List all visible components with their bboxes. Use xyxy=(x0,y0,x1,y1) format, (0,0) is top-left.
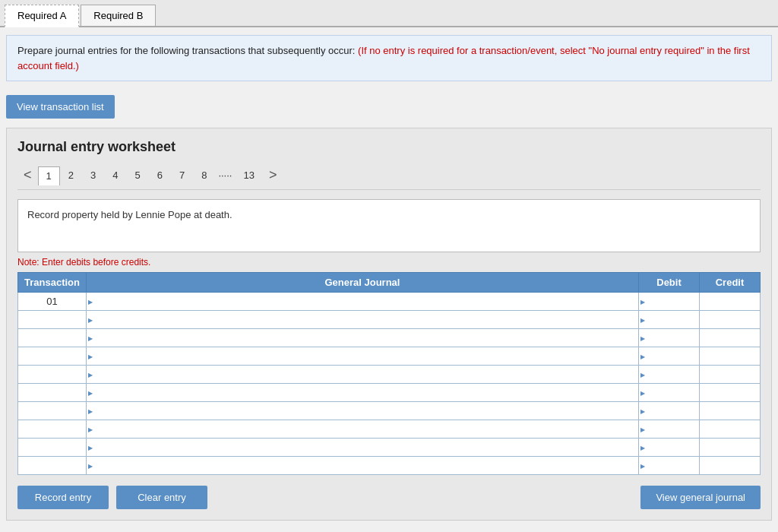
debit-cell[interactable] xyxy=(639,347,700,366)
general-journal-cell[interactable] xyxy=(86,402,638,420)
page-7[interactable]: 7 xyxy=(171,166,193,185)
credit-cell[interactable] xyxy=(700,329,761,347)
table-row xyxy=(18,311,761,329)
page-8[interactable]: 8 xyxy=(193,166,215,185)
credit-input[interactable] xyxy=(700,384,760,401)
debit-input[interactable] xyxy=(639,384,699,401)
buttons-row: Record entry Clear entry View general jo… xyxy=(17,486,761,509)
credit-input[interactable] xyxy=(700,366,760,383)
general-journal-input[interactable] xyxy=(87,293,638,310)
debit-cell[interactable] xyxy=(639,329,700,347)
general-journal-input[interactable] xyxy=(87,347,638,365)
credit-cell[interactable] xyxy=(700,293,761,311)
tab-required-a[interactable]: Required A xyxy=(5,5,79,27)
debit-input[interactable] xyxy=(639,366,699,383)
credit-input[interactable] xyxy=(700,402,760,420)
worksheet-container: Journal entry worksheet < 1 2 3 4 5 6 7 … xyxy=(6,128,772,521)
debit-input[interactable] xyxy=(639,329,699,347)
credit-cell[interactable] xyxy=(700,347,761,366)
general-journal-cell[interactable] xyxy=(86,366,638,384)
general-journal-input[interactable] xyxy=(87,439,638,456)
debit-input[interactable] xyxy=(639,311,699,328)
tab-required-b[interactable]: Required B xyxy=(81,5,156,26)
debit-input[interactable] xyxy=(639,420,699,438)
general-journal-input[interactable] xyxy=(87,402,638,420)
debit-input[interactable] xyxy=(639,347,699,365)
transaction-cell: 01 xyxy=(18,293,87,311)
next-page-arrow[interactable]: > xyxy=(263,164,283,186)
view-general-journal-button[interactable]: View general journal xyxy=(640,486,761,509)
general-journal-cell[interactable] xyxy=(86,384,638,402)
note-text: Note: Enter debits before credits. xyxy=(17,257,761,268)
worksheet-title: Journal entry worksheet xyxy=(17,139,761,155)
clear-entry-button[interactable]: Clear entry xyxy=(116,486,207,509)
general-journal-cell[interactable] xyxy=(86,457,638,475)
general-journal-cell[interactable] xyxy=(86,311,638,329)
credit-input[interactable] xyxy=(700,311,760,328)
credit-input[interactable] xyxy=(700,329,760,347)
prev-page-arrow[interactable]: < xyxy=(17,164,38,186)
credit-cell[interactable] xyxy=(700,311,761,329)
table-row xyxy=(18,384,761,402)
page-4[interactable]: 4 xyxy=(104,166,126,185)
credit-input[interactable] xyxy=(700,439,760,456)
pagination: < 1 2 3 4 5 6 7 8 ····· 13 > xyxy=(17,164,761,190)
transaction-cell xyxy=(18,457,87,475)
page-5[interactable]: 5 xyxy=(126,166,148,185)
transaction-cell xyxy=(18,384,87,402)
debit-input[interactable] xyxy=(639,439,699,456)
table-row xyxy=(18,347,761,366)
transaction-cell xyxy=(18,439,87,457)
debit-cell[interactable] xyxy=(639,293,700,311)
general-journal-input[interactable] xyxy=(87,384,638,401)
general-journal-cell[interactable] xyxy=(86,439,638,457)
instructions-box: Prepare journal entries for the followin… xyxy=(6,35,772,81)
credit-cell[interactable] xyxy=(700,420,761,439)
general-journal-input[interactable] xyxy=(87,366,638,383)
credit-input[interactable] xyxy=(700,420,760,438)
page-6[interactable]: 6 xyxy=(149,166,171,185)
credit-input[interactable] xyxy=(700,457,760,474)
credit-cell[interactable] xyxy=(700,439,761,457)
transaction-cell xyxy=(18,366,87,384)
debit-input[interactable] xyxy=(639,293,699,310)
transaction-cell xyxy=(18,311,87,329)
transaction-cell xyxy=(18,347,87,366)
debit-input[interactable] xyxy=(639,402,699,420)
debit-cell[interactable] xyxy=(639,439,700,457)
col-debit: Debit xyxy=(639,273,700,293)
debit-cell[interactable] xyxy=(639,402,700,420)
debit-input[interactable] xyxy=(639,457,699,474)
general-journal-cell[interactable] xyxy=(86,293,638,311)
table-row xyxy=(18,329,761,347)
debit-cell[interactable] xyxy=(639,366,700,384)
page-2[interactable]: 2 xyxy=(60,166,82,185)
general-journal-input[interactable] xyxy=(87,329,638,347)
credit-cell[interactable] xyxy=(700,402,761,420)
debit-cell[interactable] xyxy=(639,384,700,402)
page-3[interactable]: 3 xyxy=(82,166,104,185)
debit-cell[interactable] xyxy=(639,420,700,439)
general-journal-input[interactable] xyxy=(87,311,638,328)
view-transaction-button[interactable]: View transaction list xyxy=(6,95,115,119)
credit-input[interactable] xyxy=(700,293,760,310)
credit-cell[interactable] xyxy=(700,384,761,402)
table-row xyxy=(18,420,761,439)
page-13[interactable]: 13 xyxy=(235,166,262,185)
col-general-journal: General Journal xyxy=(86,273,638,293)
general-journal-input[interactable] xyxy=(87,457,638,474)
page-1[interactable]: 1 xyxy=(38,166,60,185)
credit-cell[interactable] xyxy=(700,457,761,475)
debit-cell[interactable] xyxy=(639,457,700,475)
general-journal-cell[interactable] xyxy=(86,329,638,347)
credit-cell[interactable] xyxy=(700,366,761,384)
general-journal-input[interactable] xyxy=(87,420,638,438)
general-journal-cell[interactable] xyxy=(86,347,638,366)
debit-cell[interactable] xyxy=(639,311,700,329)
table-row xyxy=(18,366,761,384)
credit-input[interactable] xyxy=(700,347,760,365)
transaction-cell xyxy=(18,420,87,439)
record-entry-button[interactable]: Record entry xyxy=(17,486,109,509)
table-row xyxy=(18,457,761,475)
general-journal-cell[interactable] xyxy=(86,420,638,439)
